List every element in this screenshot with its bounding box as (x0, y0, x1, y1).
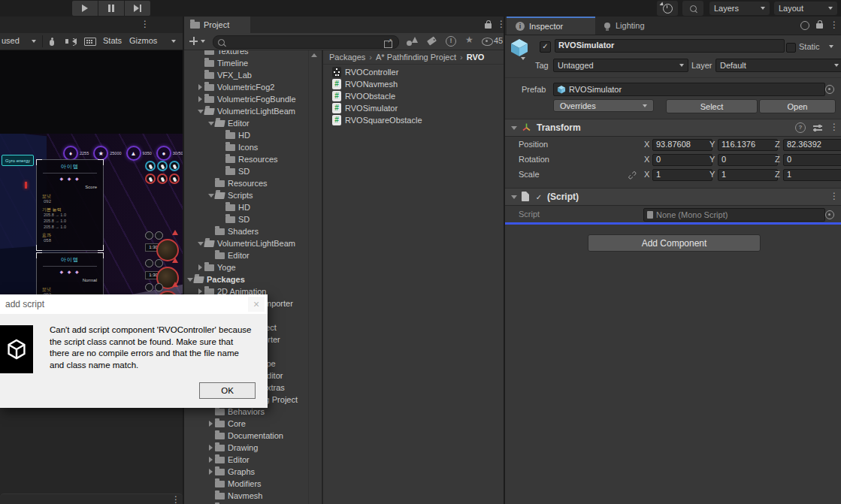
add-component-button[interactable]: Add Component (588, 234, 761, 252)
foldout-arrow[interactable] (207, 421, 215, 427)
step-button[interactable] (125, 1, 150, 16)
tree-item-volumetriclightbeam[interactable]: VolumetricLightBeam (184, 105, 308, 117)
foldout-arrow[interactable] (207, 457, 215, 463)
file-item-rvocontroller[interactable]: RVOController (323, 66, 504, 78)
close-icon[interactable] (248, 297, 265, 312)
foldout-arrow[interactable] (196, 288, 204, 294)
static-caret[interactable] (829, 45, 833, 48)
tree-item-volumetricfog2[interactable]: VolumetricFog2 (184, 81, 308, 93)
debug-circle-icon[interactable] (800, 21, 809, 30)
search-by-type-icon[interactable] (407, 37, 418, 46)
tree-item-packages[interactable]: Packages (184, 273, 308, 285)
chevron-down-icon[interactable] (32, 40, 36, 43)
tree-item-volumetricfogbundle[interactable]: VolumetricFogBundle (184, 93, 308, 105)
enabled-checkbox[interactable] (534, 192, 544, 203)
script-field[interactable]: None (Mono Script) (643, 208, 825, 222)
open-new-window-icon[interactable] (384, 41, 392, 48)
foldout-arrow[interactable] (196, 242, 204, 246)
active-checkbox[interactable] (540, 41, 551, 53)
tree-item-timeline[interactable]: Timeline (184, 57, 308, 69)
mute-audio-icon[interactable] (72, 38, 77, 44)
transform-header[interactable]: Transform (505, 119, 841, 137)
axis-field-z[interactable]: 1 (783, 169, 841, 181)
scroll-up-arrow[interactable] (311, 53, 317, 57)
tab-inspector[interactable]: Inspector (507, 17, 595, 35)
breadcrumb-item[interactable]: RVO (467, 53, 485, 62)
pause-button[interactable] (98, 1, 124, 16)
keyboard-icon[interactable] (84, 38, 96, 46)
tree-item-resources[interactable]: Resources (184, 177, 308, 189)
file-item-rvonavmesh[interactable]: RVONavmesh (323, 78, 504, 90)
favorites-icon[interactable] (465, 35, 473, 45)
inspector-menu[interactable] (830, 20, 839, 30)
lock-icon[interactable] (485, 23, 492, 29)
broken-link-icon[interactable] (626, 169, 639, 182)
overrides-dropdown[interactable]: Overrides (553, 99, 654, 112)
game-view-menu[interactable] (141, 19, 150, 29)
project-search-input[interactable] (213, 35, 399, 49)
lock-icon[interactable] (816, 23, 823, 29)
transform-menu[interactable] (830, 122, 839, 132)
stats-button[interactable]: Stats (103, 36, 122, 45)
foldout-arrow[interactable] (186, 278, 194, 282)
tree-item-editor[interactable]: Editor (184, 117, 308, 129)
layers-dropdown[interactable]: Layers (709, 2, 770, 15)
tree-item-navmesh[interactable]: Navmesh (184, 490, 308, 502)
ok-button[interactable]: OK (199, 382, 256, 399)
file-item-rvoobstacle[interactable]: RVOObstacle (323, 90, 504, 102)
tree-item-shaders[interactable]: Shaders (184, 225, 308, 237)
global-search-button[interactable] (682, 1, 703, 16)
tree-item-documentation[interactable]: Documentation (184, 430, 308, 442)
dialog-titlebar[interactable]: add script (0, 294, 268, 314)
game-viewport[interactable]: Gyro energy ♦2255★25000▲9350●30/50 아이템 ◆… (0, 50, 183, 504)
file-item-rvosimulator[interactable]: RVOSimulator (323, 102, 504, 114)
script-menu[interactable] (830, 191, 839, 201)
foldout-arrow[interactable] (207, 445, 215, 451)
search-by-label-icon[interactable] (427, 36, 437, 45)
divider[interactable] (504, 17, 505, 504)
search-importlog-icon[interactable] (446, 36, 456, 47)
script-header[interactable]: (Script) (505, 188, 841, 206)
play-button[interactable] (72, 1, 98, 16)
foldout-arrow[interactable] (511, 126, 517, 130)
chevron-down-icon[interactable] (201, 40, 205, 43)
axis-field-x[interactable]: 0 (652, 154, 712, 166)
tree-item-core[interactable]: Core (184, 418, 308, 430)
select-button[interactable]: Select (666, 99, 758, 113)
axis-field-y[interactable]: 1 (718, 169, 778, 181)
axis-field-x[interactable]: 93.87608 (652, 139, 712, 151)
play-focused-dropdown[interactable]: used (2, 36, 20, 45)
axis-field-x[interactable]: 1 (652, 169, 712, 181)
tree-item-resources[interactable]: Resources (184, 153, 308, 165)
bottom-panel-menu[interactable] (171, 494, 180, 504)
tab-project[interactable]: Project (184, 17, 250, 33)
static-checkbox[interactable] (786, 43, 796, 53)
foldout-arrow[interactable] (196, 96, 204, 102)
layer-dropdown[interactable]: Default (715, 59, 841, 72)
layout-dropdown[interactable]: Layout (774, 2, 837, 15)
tree-item-sd[interactable]: SD (184, 165, 308, 177)
foldout-arrow[interactable] (196, 84, 204, 90)
tab-lighting[interactable]: Lighting (597, 17, 670, 35)
breadcrumb-item[interactable]: A* Pathfinding Project (376, 53, 456, 62)
tree-item-sd[interactable]: SD (184, 213, 308, 225)
tree-item-editor[interactable]: Editor (184, 454, 308, 466)
tree-scrollbar[interactable] (308, 50, 319, 504)
tree-item-vfx-lab[interactable]: VFX_Lab (184, 69, 308, 81)
file-item-rvosquareobstacle[interactable]: RVOSquareObstacle (323, 114, 504, 126)
tree-item-scripts[interactable]: Scripts (184, 189, 308, 201)
tree-item-hd[interactable]: HD (184, 129, 308, 141)
cube-dropdown-caret[interactable] (521, 57, 525, 60)
chevron-down-icon[interactable] (171, 40, 176, 43)
prefab-field[interactable]: RVOSimulator (553, 83, 825, 96)
gameobject-name-field[interactable]: RVOSimulator (555, 39, 785, 53)
bug-icon[interactable] (48, 37, 56, 46)
axis-field-y[interactable]: 0 (718, 154, 778, 166)
help-icon[interactable] (795, 122, 806, 133)
tree-item-volumetriclightbeam[interactable]: VolumetricLightBeam (184, 237, 308, 249)
foldout-arrow[interactable] (207, 469, 215, 475)
foldout-arrow[interactable] (207, 122, 215, 125)
open-button[interactable]: Open (759, 99, 836, 113)
tree-item-modifiers[interactable]: Modifiers (184, 478, 308, 490)
tag-dropdown[interactable]: Untagged (553, 59, 688, 72)
